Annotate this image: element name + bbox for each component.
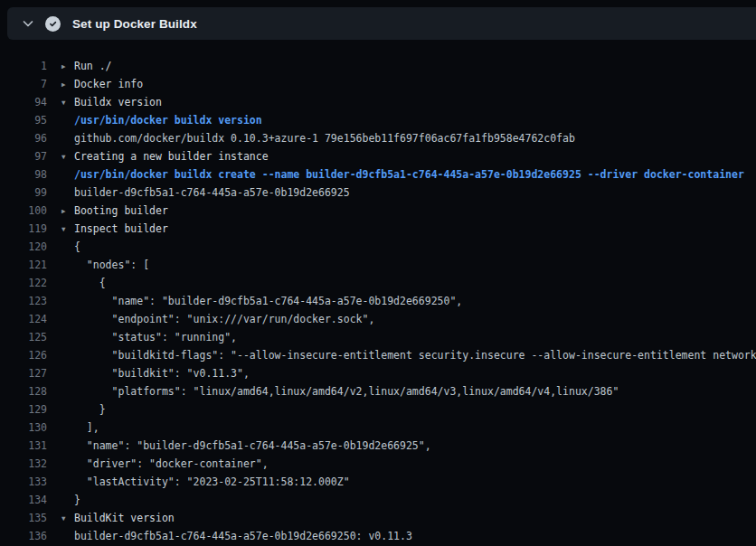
log-line-row: 122 {	[0, 274, 756, 292]
line-number-link[interactable]: 132	[0, 455, 47, 473]
group-title: Booting builder	[74, 202, 168, 220]
group-title: Creating a new builder instance	[74, 147, 269, 165]
log-line-row: 134}	[0, 491, 756, 509]
gutter: ▶	[61, 75, 74, 95]
command-text: /usr/bin/docker buildx create --name bui…	[74, 165, 744, 184]
group-title: BuildKit version	[74, 509, 175, 527]
line-number-link[interactable]: 136	[0, 527, 47, 545]
output-text: "name": "builder-d9cfb5a1-c764-445a-a57e…	[74, 292, 462, 310]
log-group-row[interactable]: 97▼Creating a new builder instance	[0, 147, 756, 165]
line-number-link[interactable]: 125	[0, 328, 47, 346]
gutter: ▼	[61, 147, 74, 167]
output-text: "driver": "docker-container",	[74, 455, 269, 473]
gutter: ▼	[61, 220, 74, 240]
output-text: }	[74, 491, 80, 509]
line-number-link[interactable]: 120	[0, 238, 47, 256]
line-number-link[interactable]: 130	[0, 419, 47, 437]
group-collapsed-icon[interactable]: ▶	[61, 76, 66, 94]
output-text: "buildkit": "v0.11.3",	[74, 364, 250, 382]
log-line-row: 99builder-d9cfb5a1-c764-445a-a57e-0b19d2…	[0, 184, 756, 202]
output-text: builder-d9cfb5a1-c764-445a-a57e-0b19d2e6…	[74, 184, 350, 202]
group-expanded-icon[interactable]: ▼	[61, 510, 66, 528]
log-line-row: 98/usr/bin/docker buildx create --name b…	[0, 165, 756, 184]
output-text: {	[74, 238, 80, 256]
log-group-row[interactable]: 94▼Buildx version	[0, 93, 756, 111]
log-line-row: 133 "lastActivity": "2023-02-25T11:58:12…	[0, 473, 756, 491]
gutter: ▼	[61, 93, 74, 113]
line-number-link[interactable]: 124	[0, 310, 47, 328]
line-number-link[interactable]: 123	[0, 292, 47, 310]
output-text: "endpoint": "unix:///var/run/docker.sock…	[74, 310, 374, 328]
line-number-link[interactable]: 98	[0, 165, 47, 184]
line-number-link[interactable]: 7	[0, 75, 47, 93]
line-number-link[interactable]: 131	[0, 437, 47, 455]
line-number-link[interactable]: 94	[0, 93, 47, 111]
output-text: github.com/docker/buildx 0.10.3+azure-1 …	[74, 129, 575, 147]
log-group-row[interactable]: 119▼Inspect builder	[0, 220, 756, 238]
output-text: "buildkitd-flags": "--allow-insecure-ent…	[74, 346, 756, 364]
output-text: {	[74, 274, 106, 292]
log-line-row: 130 ],	[0, 419, 756, 437]
log-group-row[interactable]: 135▼BuildKit version	[0, 509, 756, 527]
group-expanded-icon[interactable]: ▼	[61, 148, 66, 166]
log-line-row: 96github.com/docker/buildx 0.10.3+azure-…	[0, 129, 756, 147]
output-text: "nodes": [	[74, 256, 149, 274]
group-collapsed-icon[interactable]: ▶	[61, 202, 66, 221]
log-line-row: 132 "driver": "docker-container",	[0, 455, 756, 473]
log-group-row[interactable]: 100▶Booting builder	[0, 202, 756, 220]
line-number-link[interactable]: 95	[0, 111, 47, 129]
line-number-link[interactable]: 100	[0, 202, 47, 220]
step-header[interactable]: Set up Docker Buildx	[7, 7, 756, 40]
line-number-link[interactable]: 119	[0, 220, 47, 238]
line-number-link[interactable]: 97	[0, 147, 47, 165]
log-line-row: 95/usr/bin/docker buildx version	[0, 111, 756, 129]
line-number-link[interactable]: 96	[0, 129, 47, 147]
gutter: ▶	[61, 202, 74, 221]
group-title: Run ./	[74, 57, 112, 75]
line-number-link[interactable]: 128	[0, 382, 47, 400]
log-group-row[interactable]: 7▶Docker info	[0, 75, 756, 93]
line-number-link[interactable]: 122	[0, 274, 47, 292]
log-line-row: 124 "endpoint": "unix:///var/run/docker.…	[0, 310, 756, 328]
output-text: "name": "builder-d9cfb5a1-c764-445a-a57e…	[74, 437, 431, 455]
gutter: ▼	[61, 509, 74, 529]
gutter: ▶	[61, 57, 74, 77]
line-number-link[interactable]: 133	[0, 473, 47, 491]
group-title: Inspect builder	[74, 220, 168, 238]
command-text: /usr/bin/docker buildx version	[74, 111, 262, 129]
output-text: builder-d9cfb5a1-c764-445a-a57e-0b19d2e6…	[74, 527, 412, 545]
group-collapsed-icon[interactable]: ▶	[61, 58, 66, 76]
line-number-link[interactable]: 121	[0, 256, 47, 274]
output-text: "lastActivity": "2023-02-25T11:58:12.000…	[74, 473, 350, 491]
check-circle-icon	[40, 12, 65, 35]
line-number-link[interactable]: 99	[0, 184, 47, 202]
line-number-link[interactable]: 1	[0, 57, 47, 75]
log-line-row: 123 "name": "builder-d9cfb5a1-c764-445a-…	[0, 292, 756, 310]
log-line-row: 121 "nodes": [	[0, 256, 756, 274]
chevron-down-icon[interactable]	[16, 12, 40, 35]
log-line-row: 120{	[0, 238, 756, 256]
line-number-link[interactable]: 134	[0, 491, 47, 509]
log-line-row: 125 "status": "running",	[0, 328, 756, 346]
log-line-row: 127 "buildkit": "v0.11.3",	[0, 364, 756, 382]
log-viewer: 1▶Run ./7▶Docker info94▼Buildx version95…	[0, 40, 756, 546]
log-line-row: 136builder-d9cfb5a1-c764-445a-a57e-0b19d…	[0, 527, 756, 545]
log-line-row: 128 "platforms": "linux/amd64,linux/amd6…	[0, 382, 756, 400]
group-title: Docker info	[74, 75, 143, 93]
group-title: Buildx version	[74, 93, 162, 111]
log-line-row: 129 }	[0, 400, 756, 419]
output-text: "status": "running",	[74, 328, 237, 346]
output-text: "platforms": "linux/amd64,linux/amd64/v2…	[74, 382, 619, 400]
line-number-link[interactable]: 135	[0, 509, 47, 527]
log-line-row: 126 "buildkitd-flags": "--allow-insecure…	[0, 346, 756, 364]
output-text: }	[74, 400, 106, 419]
step-title: Set up Docker Buildx	[72, 17, 197, 31]
group-expanded-icon[interactable]: ▼	[61, 221, 66, 239]
log-group-row[interactable]: 1▶Run ./	[0, 57, 756, 75]
line-number-link[interactable]: 129	[0, 400, 47, 419]
log-line-row: 131 "name": "builder-d9cfb5a1-c764-445a-…	[0, 437, 756, 455]
line-number-link[interactable]: 126	[0, 346, 47, 364]
line-number-link[interactable]: 127	[0, 364, 47, 382]
group-expanded-icon[interactable]: ▼	[61, 94, 66, 112]
output-text: ],	[74, 419, 99, 437]
